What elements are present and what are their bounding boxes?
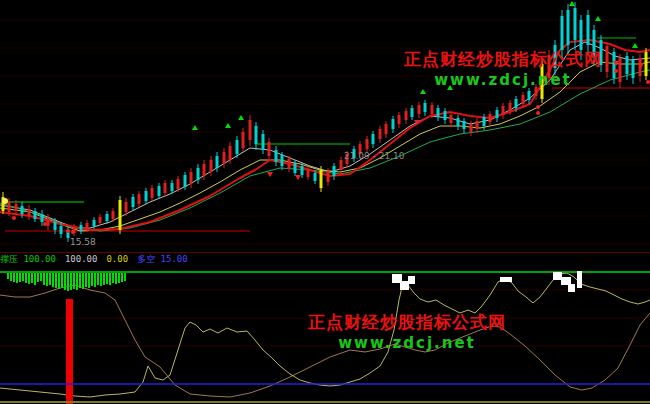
candles (2, 2, 648, 242)
signal-markers (2, 1, 650, 234)
stock-chart-canvas: 15.5821.09 - 21.10 (0, 0, 650, 404)
price-gridlines (0, 20, 650, 244)
indicator-header-value-0: 撑压 100.00 (0, 254, 56, 264)
indicator-header-bar: 撑压 100.00100.000.00多空 15.00 (0, 252, 650, 266)
svg-text:21.09 - 21.10: 21.09 - 21.10 (344, 151, 405, 161)
indicator-red-bar (66, 299, 73, 404)
indicator-curves (0, 273, 650, 397)
indicator-histogram (8, 273, 125, 291)
indicator-gridlines (0, 290, 650, 346)
indicator-header-value-3: 多空 15.00 (137, 254, 188, 264)
ma-lines (0, 40, 650, 231)
indicator-header-value-2: 0.00 (106, 254, 128, 264)
indicator-white-marks (392, 271, 582, 292)
indicator-header-value-1: 100.00 (65, 254, 98, 264)
stock-chart-screenshot: 15.5821.09 - 21.10 撑压 100.00100.000.00多空… (0, 0, 650, 404)
price-hsegments (5, 38, 650, 231)
svg-text:15.58: 15.58 (70, 237, 96, 247)
